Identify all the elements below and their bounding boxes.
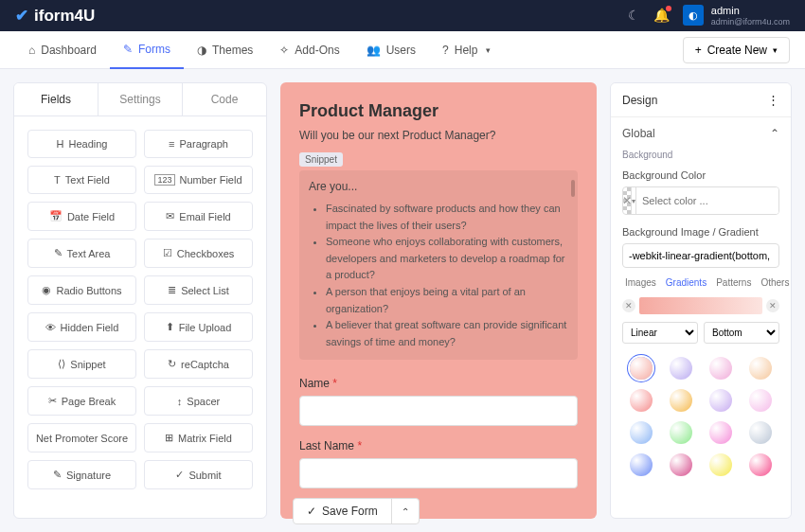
gradient-swatch[interactable]: [670, 453, 692, 476]
gradient-swatch[interactable]: [709, 453, 732, 476]
field-textarea[interactable]: ✎Text Area: [27, 239, 136, 268]
color-input[interactable]: [636, 187, 778, 214]
field-signature[interactable]: ✎Signature: [27, 460, 136, 489]
heading-icon: H: [57, 138, 64, 150]
tab-fields[interactable]: Fields: [14, 83, 98, 115]
filter-others[interactable]: Others: [758, 275, 792, 290]
logo-icon: ✔: [15, 6, 28, 26]
plus-icon: +: [695, 44, 702, 57]
field-matrix[interactable]: ⊞Matrix Field: [144, 423, 253, 452]
filter-gradients[interactable]: Gradients: [663, 275, 709, 290]
check-icon: ✓: [307, 505, 316, 518]
save-form-button[interactable]: ✓Save Form: [294, 499, 392, 523]
paragraph-icon: ≡: [169, 138, 174, 150]
field-file[interactable]: ⬆File Upload: [144, 312, 253, 342]
nav-forms[interactable]: ✎Forms: [110, 31, 184, 69]
more-icon[interactable]: ⋮: [767, 93, 779, 107]
gradient-swatch[interactable]: [630, 421, 653, 444]
gradient-swatch[interactable]: [630, 389, 653, 412]
gradient-swatch[interactable]: [670, 421, 692, 444]
gradient-swatch[interactable]: [630, 357, 653, 380]
save-dropdown[interactable]: ⌃: [392, 501, 419, 523]
field-submit[interactable]: ✓Submit: [144, 460, 253, 489]
radio-icon: ◉: [42, 284, 51, 296]
logo[interactable]: ✔ iform4U: [15, 6, 95, 26]
gradient-type-select[interactable]: Linear: [622, 322, 698, 344]
field-email[interactable]: ✉Email Field: [144, 202, 253, 231]
text-icon: T: [54, 174, 61, 186]
nav-themes[interactable]: ◑Themes: [184, 31, 266, 69]
tab-code[interactable]: Code: [183, 83, 266, 115]
input-name[interactable]: [299, 396, 578, 426]
dark-mode-icon[interactable]: ☾: [628, 8, 640, 23]
check-icon: ✓: [175, 469, 184, 481]
close-icon[interactable]: ✕: [622, 299, 635, 312]
gradient-swatch[interactable]: [709, 389, 732, 412]
create-new-button[interactable]: +Create New▾: [683, 37, 790, 63]
filter-images[interactable]: Images: [622, 275, 659, 290]
field-date[interactable]: 📅Date Field: [27, 202, 136, 231]
number-icon: 123: [154, 174, 174, 186]
addons-icon: ✧: [279, 44, 289, 57]
field-recaptcha[interactable]: ↻reCaptcha: [144, 349, 253, 379]
label-name: Name *: [299, 377, 578, 390]
gradient-input[interactable]: [622, 243, 779, 268]
gradient-swatch[interactable]: [749, 389, 772, 412]
users-icon: 👥: [367, 44, 381, 57]
label-lastname: Last Name *: [299, 439, 578, 452]
checkbox-icon: ☑: [163, 247, 172, 259]
gradient-swatch[interactable]: [670, 357, 692, 380]
help-icon: ?: [442, 44, 449, 57]
field-hidden[interactable]: 👁Hidden Field: [27, 312, 136, 342]
filter-patterns[interactable]: Patterns: [713, 275, 754, 290]
gradient-swatch[interactable]: [630, 453, 653, 476]
nav-help[interactable]: ?Help▾: [429, 31, 504, 69]
field-paragraph[interactable]: ≡Paragraph: [144, 130, 253, 158]
nav-addons[interactable]: ✧Add-Ons: [266, 31, 352, 69]
avatar: ◐: [683, 5, 704, 26]
brand-text: iform4U: [34, 7, 95, 26]
snippet-list: Fascinated by software products and how …: [309, 201, 568, 350]
field-spacer[interactable]: ↕Spacer: [144, 386, 253, 416]
pagebreak-icon: ✂: [48, 395, 57, 407]
gradient-swatch[interactable]: [749, 357, 772, 380]
field-number[interactable]: 123Number Field: [144, 166, 253, 194]
field-radio[interactable]: ◉Radio Buttons: [27, 275, 136, 305]
hidden-icon: 👁: [45, 322, 56, 333]
form-canvas[interactable]: Product Manager Will you be our next Pro…: [280, 82, 597, 519]
form-title: Product Manager: [299, 101, 578, 121]
upload-icon: ⬆: [166, 321, 174, 333]
field-snippet[interactable]: ⟨⟩Snippet: [27, 349, 136, 379]
snippet-block[interactable]: Are you... Fascinated by software produc…: [299, 170, 578, 360]
bg-color-label: Background Color: [622, 169, 779, 181]
field-checkboxes[interactable]: ☑Checkboxes: [144, 239, 253, 268]
notifications-icon[interactable]: 🔔: [653, 8, 670, 23]
calendar-icon: 📅: [49, 210, 63, 222]
nav-dashboard[interactable]: ⌂Dashboard: [15, 31, 110, 69]
gradient-swatch[interactable]: [749, 421, 772, 444]
field-text[interactable]: TText Field: [27, 166, 136, 194]
field-select[interactable]: ≣Select List: [144, 275, 253, 305]
user-name: admin: [711, 5, 790, 17]
close-icon[interactable]: ✕: [766, 299, 779, 312]
gradient-swatch[interactable]: [670, 389, 692, 412]
gradient-swatch[interactable]: [709, 357, 732, 380]
gradient-preview[interactable]: [639, 297, 762, 314]
nav-users[interactable]: 👥Users: [353, 31, 429, 69]
field-nps[interactable]: Net Promoter Score: [27, 423, 136, 452]
gradient-direction-select[interactable]: Bottom: [704, 322, 779, 344]
tab-settings[interactable]: Settings: [98, 83, 183, 115]
user-menu[interactable]: ◐ admin admin@iform4u.com: [683, 5, 790, 27]
scrollbar[interactable]: [571, 180, 575, 197]
home-icon: ⌂: [28, 44, 35, 57]
section-global[interactable]: Global⌃: [611, 117, 791, 150]
field-pagebreak[interactable]: ✂Page Break: [27, 386, 136, 416]
gradient-swatch[interactable]: [749, 453, 772, 476]
color-swatch[interactable]: [623, 187, 632, 214]
input-lastname[interactable]: [299, 458, 578, 488]
gradient-swatch[interactable]: [709, 421, 732, 444]
field-heading[interactable]: HHeading: [27, 130, 136, 158]
code-icon: ⟨⟩: [58, 358, 65, 370]
recaptcha-icon: ↻: [168, 358, 176, 370]
list-item: Someone who enjoys collaborating with cu…: [326, 234, 568, 284]
